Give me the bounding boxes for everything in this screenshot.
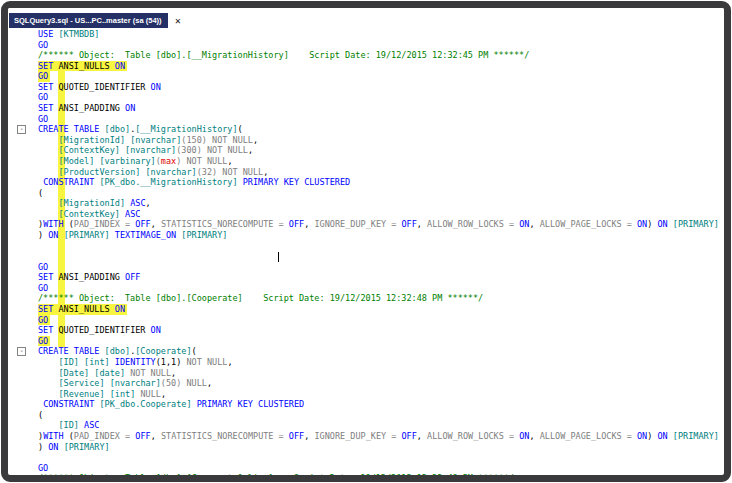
- tab-close-icon[interactable]: ✕: [172, 15, 185, 28]
- fold-collapse-icon[interactable]: -: [17, 347, 26, 356]
- code-text: [MigrationId] ASC,: [38, 198, 151, 209]
- editor-tab[interactable]: SQLQuery3.sql - US...PC..master (sa (54)…: [9, 13, 168, 28]
- code-line[interactable]: [ProductVersion] [nvarchar](32) NOT NULL…: [8, 167, 724, 178]
- code-line[interactable]: ) ON [PRIMARY] TEXTIMAGE_ON [PRIMARY]: [8, 230, 724, 241]
- code-text: GO: [38, 114, 48, 125]
- code-line[interactable]: GO: [8, 283, 724, 294]
- code-text: (: [38, 410, 43, 421]
- code-text: /****** Object: Table [dbo].[CooperateOn…: [38, 473, 514, 475]
- text-caret: [278, 252, 279, 262]
- code-text: /****** Object: Table [dbo].[Cooperate] …: [38, 293, 483, 304]
- fold-collapse-icon[interactable]: -: [17, 125, 26, 134]
- code-line[interactable]: GO: [8, 463, 724, 474]
- code-line[interactable]: [MigrationId] ASC,: [8, 198, 724, 209]
- highlighted-code-text: GO: [38, 336, 50, 347]
- code-text: [MigrationId] [nvarchar](150) NOT NULL,: [38, 135, 258, 146]
- code-text: GO: [38, 40, 48, 51]
- code-text: ) ON [PRIMARY]: [38, 442, 110, 453]
- code-text: [ProductVersion] [nvarchar](32) NOT NULL…: [38, 167, 268, 178]
- code-text: GO: [38, 262, 48, 273]
- code-text: GO: [38, 463, 48, 474]
- code-line[interactable]: [MigrationId] [nvarchar](150) NOT NULL,: [8, 135, 724, 146]
- code-text: CREATE TABLE [dbo].[__MigrationHistory](: [38, 124, 243, 135]
- code-line[interactable]: [ID] [int] IDENTITY(1,1) NOT NULL,: [8, 357, 724, 368]
- code-line[interactable]: USE [KTMBDB]: [8, 29, 724, 40]
- code-line[interactable]: [ID] ASC: [8, 420, 724, 431]
- code-text: (: [38, 188, 43, 199]
- highlighted-code-text: SET ANSI_NULLS ON: [38, 304, 127, 315]
- code-text: CONSTRAINT [PK_dbo.__MigrationHistory] P…: [38, 177, 350, 188]
- tab-bar: SQLQuery3.sql - US...PC..master (sa (54)…: [8, 8, 724, 28]
- code-area[interactable]: USE [KTMBDB]GO/****** Object: Table [dbo…: [8, 29, 724, 475]
- code-line[interactable]: SET QUOTED_IDENTIFIER ON: [8, 325, 724, 336]
- window-frame: SQLQuery3.sql - US...PC..master (sa (54)…: [1, 1, 731, 482]
- code-text: [Service] [nvarchar](50) NULL,: [38, 378, 212, 389]
- code-text: SET ANSI_PADDING ON: [38, 103, 135, 114]
- code-line[interactable]: SET QUOTED_IDENTIFIER ON: [8, 82, 724, 93]
- code-text: [Model] [varbinary](max) NOT NULL,: [38, 156, 233, 167]
- code-text: GO: [38, 92, 48, 103]
- code-text: /****** Object: Table [dbo].[__Migration…: [38, 50, 529, 61]
- code-editor[interactable]: USE [KTMBDB]GO/****** Object: Table [dbo…: [8, 28, 724, 475]
- code-line[interactable]: [Model] [varbinary](max) NOT NULL,: [8, 156, 724, 167]
- code-text: [Date] [date] NOT NULL,: [38, 368, 176, 379]
- code-line[interactable]: [Service] [nvarchar](50) NULL,: [8, 378, 724, 389]
- code-line[interactable]: [8, 452, 724, 463]
- code-line[interactable]: GO: [8, 262, 724, 273]
- code-line[interactable]: -CREATE TABLE [dbo].[Cooperate](: [8, 346, 724, 357]
- code-line[interactable]: )WITH (PAD_INDEX = OFF, STATISTICS_NOREC…: [8, 431, 724, 442]
- code-line[interactable]: [ContextKey] ASC: [8, 209, 724, 220]
- code-line[interactable]: GO: [8, 40, 724, 51]
- code-line[interactable]: /****** Object: Table [dbo].[Cooperate] …: [8, 293, 724, 304]
- code-line[interactable]: GO: [8, 336, 724, 347]
- code-text: [ContextKey] [nvarchar](300) NOT NULL,: [38, 145, 253, 156]
- code-line[interactable]: [Date] [date] NOT NULL,: [8, 368, 724, 379]
- code-line[interactable]: -CREATE TABLE [dbo].[__MigrationHistory]…: [8, 124, 724, 135]
- code-line[interactable]: [ContextKey] [nvarchar](300) NOT NULL,: [8, 145, 724, 156]
- editor-tab-title: SQLQuery3.sql - US...PC..master (sa (54)…: [14, 16, 162, 25]
- code-line[interactable]: /****** Object: Table [dbo].[CooperateOn…: [8, 473, 724, 475]
- code-line[interactable]: (: [8, 188, 724, 199]
- code-line[interactable]: CONSTRAINT [PK_dbo.Cooperate] PRIMARY KE…: [8, 399, 724, 410]
- code-text: [ID] [int] IDENTITY(1,1) NOT NULL,: [38, 357, 233, 368]
- code-text: ) ON [PRIMARY] TEXTIMAGE_ON [PRIMARY]: [38, 230, 227, 241]
- code-text: CONSTRAINT [PK_dbo.Cooperate] PRIMARY KE…: [38, 399, 304, 410]
- code-text: SET QUOTED_IDENTIFIER ON: [38, 82, 161, 93]
- code-line[interactable]: (: [8, 410, 724, 421]
- code-text: GO: [38, 283, 48, 294]
- code-text: )WITH (PAD_INDEX = OFF, STATISTICS_NOREC…: [38, 219, 719, 230]
- highlighted-code-text: GO: [38, 71, 50, 82]
- code-line[interactable]: )WITH (PAD_INDEX = OFF, STATISTICS_NOREC…: [8, 219, 724, 230]
- code-text: [Revenue] [int] NULL,: [38, 389, 166, 400]
- code-line[interactable]: SET ANSI_PADDING OFF: [8, 272, 724, 283]
- code-text: [ContextKey] ASC: [38, 209, 140, 220]
- code-line[interactable]: CONSTRAINT [PK_dbo.__MigrationHistory] P…: [8, 177, 724, 188]
- code-text: [ID] ASC: [38, 420, 99, 431]
- code-line[interactable]: GO: [8, 71, 724, 82]
- code-line[interactable]: SET ANSI_NULLS ON: [8, 304, 724, 315]
- highlighted-code-text: SET ANSI_NULLS ON: [38, 61, 127, 72]
- highlighted-code-text: GO: [38, 315, 50, 326]
- code-line[interactable]: [Revenue] [int] NULL,: [8, 389, 724, 400]
- code-line[interactable]: GO: [8, 92, 724, 103]
- code-text: SET QUOTED_IDENTIFIER ON: [38, 325, 161, 336]
- code-line[interactable]: GO: [8, 315, 724, 326]
- code-line[interactable]: [8, 241, 724, 252]
- code-line[interactable]: SET ANSI_NULLS ON: [8, 61, 724, 72]
- code-text: )WITH (PAD_INDEX = OFF, STATISTICS_NOREC…: [38, 431, 719, 442]
- code-line[interactable]: [8, 251, 724, 262]
- code-line[interactable]: ) ON [PRIMARY]: [8, 442, 724, 453]
- code-line[interactable]: SET ANSI_PADDING ON: [8, 103, 724, 114]
- code-line[interactable]: GO: [8, 114, 724, 125]
- code-text: SET ANSI_PADDING OFF: [38, 272, 140, 283]
- code-text: CREATE TABLE [dbo].[Cooperate](: [38, 346, 197, 357]
- code-line[interactable]: /****** Object: Table [dbo].[__Migration…: [8, 50, 724, 61]
- code-text: USE [KTMBDB]: [38, 29, 99, 40]
